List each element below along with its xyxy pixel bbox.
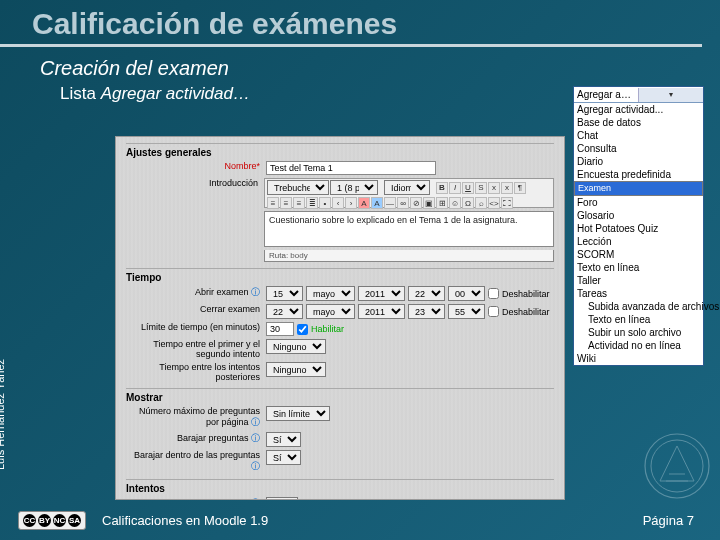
input-name[interactable] xyxy=(266,161,436,175)
activities-item[interactable]: Examen xyxy=(574,181,703,196)
row-shuffleq: Barajar preguntas ⓘ Sí xyxy=(126,432,554,447)
row-open: Abrir examen ⓘ 15 mayo 2011 22 00 Deshab… xyxy=(126,286,554,301)
activities-item[interactable]: Actividad no en línea xyxy=(574,339,703,352)
open-disable-check[interactable] xyxy=(488,288,499,299)
align-right-icon[interactable]: ≡ xyxy=(293,197,305,209)
page-title: Calificación de exámenes xyxy=(0,0,702,47)
limit-enable-check[interactable] xyxy=(297,324,308,335)
sel-maxq[interactable]: Sin límite xyxy=(266,406,330,421)
table-icon[interactable]: ⊞ xyxy=(436,197,448,209)
editor-status: Ruta: body xyxy=(264,250,554,262)
sel-shuffleq[interactable]: Sí xyxy=(266,432,301,447)
activities-combo[interactable]: Agregar actividad... ▾ xyxy=(574,87,703,103)
align-left-icon[interactable]: ≡ xyxy=(267,197,279,209)
row-limit: Límite de tiempo (en minutos) Habilitar xyxy=(126,322,554,336)
activities-item[interactable]: SCORM xyxy=(574,248,703,261)
close-month[interactable]: mayo xyxy=(306,304,355,319)
help-icon[interactable]: ⓘ xyxy=(251,433,260,443)
activities-item[interactable]: Diario xyxy=(574,155,703,168)
help-icon[interactable]: ⓘ xyxy=(251,498,260,500)
italic-icon[interactable]: I xyxy=(449,182,461,194)
char-icon[interactable]: Ω xyxy=(462,197,474,209)
activities-item[interactable]: Texto en línea xyxy=(574,313,703,326)
label-shufflea: Barajar dentro de las preguntas xyxy=(134,450,260,460)
subtitle-1: Creación del examen xyxy=(0,47,720,82)
link-icon[interactable]: ∞ xyxy=(397,197,409,209)
label-between-later: Tiempo entre los intentos posteriores xyxy=(126,362,266,382)
sup-icon[interactable]: x xyxy=(501,182,513,194)
help-icon[interactable]: ⓘ xyxy=(251,461,260,471)
activities-item[interactable]: Subida avanzada de archivos xyxy=(574,300,703,313)
activities-item[interactable]: Glosario xyxy=(574,209,703,222)
help-icon[interactable]: ⓘ xyxy=(251,287,260,297)
label-maxq: Número máximo de preguntas por página xyxy=(139,406,260,427)
activities-item[interactable]: Chat xyxy=(574,129,703,142)
sel-between-later[interactable]: Ninguno xyxy=(266,362,326,377)
editor-body[interactable]: Cuestionario sobre lo explicado en el Te… xyxy=(264,211,554,247)
activities-combo-label: Agregar actividad... xyxy=(574,89,638,100)
activities-item[interactable]: Agregar actividad... xyxy=(574,103,703,116)
fullscreen-icon[interactable]: ⛶ xyxy=(501,197,513,209)
chevron-down-icon[interactable]: ▾ xyxy=(638,88,703,102)
activities-item[interactable]: Foro xyxy=(574,196,703,209)
activities-item[interactable]: Lección xyxy=(574,235,703,248)
close-day[interactable]: 22 xyxy=(266,304,303,319)
activities-item[interactable]: Wiki xyxy=(574,352,703,365)
activities-item[interactable]: Encuesta predefinida xyxy=(574,168,703,181)
activities-item[interactable]: Consulta xyxy=(574,142,703,155)
label-attempts: Intentos permitidos xyxy=(172,498,248,500)
open-hour[interactable]: 22 xyxy=(408,286,445,301)
indent-icon[interactable]: › xyxy=(345,197,357,209)
moodle-form-panel: Ajustes generales Nombre* Introducción T… xyxy=(115,136,565,500)
underline-icon[interactable]: U xyxy=(462,182,474,194)
sub-icon[interactable]: x xyxy=(488,182,500,194)
unordered-list-icon[interactable]: • xyxy=(319,197,331,209)
open-month[interactable]: mayo xyxy=(306,286,355,301)
ordered-list-icon[interactable]: ≣ xyxy=(306,197,318,209)
limit-enable-label: Habilitar xyxy=(311,324,344,334)
unlink-icon[interactable]: ⊘ xyxy=(410,197,422,209)
find-icon[interactable]: ⌕ xyxy=(475,197,487,209)
activities-item[interactable]: Base de datos xyxy=(574,116,703,129)
size-select[interactable]: 1 (8 pt) xyxy=(330,180,378,195)
input-limit[interactable] xyxy=(266,322,294,336)
row-maxq: Número máximo de preguntas por página ⓘ … xyxy=(126,406,554,429)
cc-nc-icon: NC xyxy=(53,514,66,527)
fieldset-attempts: Intentos Intentos permitidos ⓘ 1 xyxy=(126,479,554,500)
activities-item[interactable]: Texto en línea xyxy=(574,261,703,274)
sel-between-first[interactable]: Ninguno xyxy=(266,339,326,354)
font-select[interactable]: Trebuchet xyxy=(267,180,329,195)
color-icon[interactable]: A xyxy=(358,197,370,209)
close-year[interactable]: 2011 xyxy=(358,304,405,319)
bgcolor-icon[interactable]: A xyxy=(371,197,383,209)
image-icon[interactable]: ▣ xyxy=(423,197,435,209)
emoji-icon[interactable]: ☺ xyxy=(449,197,461,209)
activities-item[interactable]: Subir un solo archivo xyxy=(574,326,703,339)
align-center-icon[interactable]: ≡ xyxy=(280,197,292,209)
open-min[interactable]: 00 xyxy=(448,286,485,301)
activities-item[interactable]: Hot Potatoes Quiz xyxy=(574,222,703,235)
activities-item[interactable]: Tareas xyxy=(574,287,703,300)
sel-attempts[interactable]: 1 xyxy=(266,497,298,500)
open-year[interactable]: 2011 xyxy=(358,286,405,301)
html-icon[interactable]: <> xyxy=(488,197,500,209)
row-name: Nombre* xyxy=(126,161,554,175)
author-vertical: Luis Hernández Yáñez xyxy=(0,359,6,470)
outdent-icon[interactable]: ‹ xyxy=(332,197,344,209)
activities-dropdown[interactable]: Agregar actividad... ▾ Agregar actividad… xyxy=(573,86,704,366)
close-min[interactable]: 55 xyxy=(448,304,485,319)
sel-shufflea[interactable]: Sí xyxy=(266,450,301,465)
hr-icon[interactable]: — xyxy=(384,197,396,209)
activities-item[interactable]: Taller xyxy=(574,274,703,287)
close-disable-check[interactable] xyxy=(488,306,499,317)
label-between-first: Tiempo entre el primer y el segundo inte… xyxy=(126,339,266,359)
strike-icon[interactable]: S xyxy=(475,182,487,194)
open-day[interactable]: 15 xyxy=(266,286,303,301)
help-icon[interactable]: ⓘ xyxy=(251,417,260,427)
footer-title: Calificaciones en Moodle 1.9 xyxy=(96,513,643,528)
close-hour[interactable]: 23 xyxy=(408,304,445,319)
bold-icon[interactable]: B xyxy=(436,182,448,194)
lang-select[interactable]: Idioma xyxy=(384,180,430,195)
clean-icon[interactable]: ¶ xyxy=(514,182,526,194)
label-shuffleq: Barajar preguntas xyxy=(177,433,249,443)
